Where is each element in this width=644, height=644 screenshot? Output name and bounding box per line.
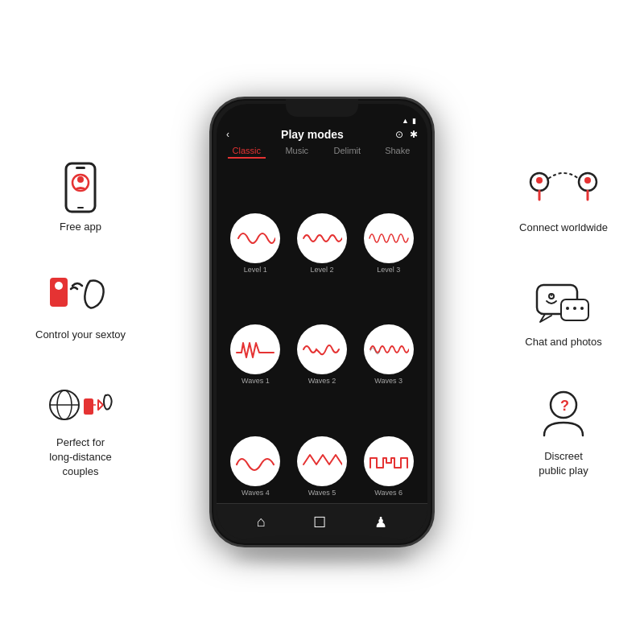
feature-chat: Chat and photos xyxy=(525,280,601,349)
mode-label-waves6: Waves 6 xyxy=(374,489,402,497)
mode-waves2[interactable]: Waves 2 xyxy=(290,279,355,389)
mode-circle-waves2 xyxy=(297,324,347,374)
svg-point-13 xyxy=(536,177,543,184)
mode-label-waves4: Waves 4 xyxy=(242,489,270,497)
mode-level3[interactable]: Level 3 xyxy=(356,167,421,277)
mode-label-level1: Level 1 xyxy=(244,266,267,274)
bluetooth-icon[interactable]: ✱ xyxy=(410,129,418,140)
feature-control: Control your sextoy xyxy=(35,273,126,342)
mode-circle-waves6 xyxy=(364,436,414,486)
page: Free app Control your sextoy xyxy=(0,0,644,644)
svg-point-18 xyxy=(551,295,552,296)
feature-connect: Connect worldwide xyxy=(519,166,608,235)
battery-icon: ▮ xyxy=(412,117,416,125)
settings-icon[interactable]: ⊙ xyxy=(395,129,403,140)
long-distance-icon xyxy=(52,381,109,429)
svg-point-20 xyxy=(566,307,569,310)
mode-circle-waves4 xyxy=(230,436,280,486)
svg-text:?: ? xyxy=(560,398,569,414)
tab-delimit[interactable]: Delimit xyxy=(324,146,371,159)
discreet-icon: ? xyxy=(535,394,592,443)
tab-bar: Classic Music Delimit Shake xyxy=(217,146,427,163)
mode-circle-level2 xyxy=(297,213,347,263)
svg-point-22 xyxy=(580,307,584,310)
back-icon[interactable]: ‹ xyxy=(226,129,229,140)
wifi-icon: ▲ xyxy=(402,117,409,125)
mode-label-waves3: Waves 3 xyxy=(374,377,402,385)
phone-body: ▲ ▮ ‹ Play modes ⊙ ✱ Classic xyxy=(209,97,435,547)
mode-circle-waves3 xyxy=(364,324,414,374)
mode-waves1[interactable]: Waves 1 xyxy=(223,279,288,389)
svg-rect-4 xyxy=(77,207,84,208)
right-column: Connect worldwide xyxy=(511,150,616,495)
free-app-label: Free app xyxy=(60,220,101,234)
mode-waves3[interactable]: Waves 3 xyxy=(356,279,421,389)
mode-level2[interactable]: Level 2 xyxy=(290,167,355,277)
control-label: Control your sextoy xyxy=(35,328,126,342)
mode-circle-level1 xyxy=(230,213,280,263)
feature-discreet: ? Discreetpublic play xyxy=(535,394,592,478)
screen-title: Play modes xyxy=(281,128,344,141)
phone-notch xyxy=(286,99,358,117)
profile-nav-icon[interactable]: ♟ xyxy=(374,514,387,531)
bottom-nav: ⌂ ☐ ♟ xyxy=(217,503,427,540)
modes-grid: Level 1 Level 2 xyxy=(217,163,427,503)
mode-label-level3: Level 3 xyxy=(377,266,400,274)
feature-long-distance: Perfect forlong-distancecouples xyxy=(49,381,111,480)
svg-point-15 xyxy=(584,177,591,184)
phone-screen: ▲ ▮ ‹ Play modes ⊙ ✱ Classic xyxy=(217,104,427,540)
mode-label-waves2: Waves 2 xyxy=(308,377,336,385)
phone: ▲ ▮ ‹ Play modes ⊙ ✱ Classic xyxy=(209,97,435,547)
mode-waves5[interactable]: Waves 5 xyxy=(290,390,355,500)
mode-label-waves1: Waves 1 xyxy=(242,377,270,385)
svg-rect-1 xyxy=(76,167,85,169)
mode-level1[interactable]: Level 1 xyxy=(223,167,288,277)
chat-icon xyxy=(535,280,592,328)
discreet-label: Discreetpublic play xyxy=(539,449,588,478)
tab-shake[interactable]: Shake xyxy=(374,146,422,159)
tab-music[interactable]: Music xyxy=(274,146,321,159)
long-distance-label: Perfect forlong-distancecouples xyxy=(49,436,111,480)
phone-shadow xyxy=(232,547,412,564)
control-icon xyxy=(52,273,109,321)
connect-icon xyxy=(535,166,592,214)
chat-label: Chat and photos xyxy=(525,335,601,349)
tab-classic[interactable]: Classic xyxy=(223,146,270,159)
top-bar-icons: ⊙ ✱ xyxy=(395,129,418,140)
mode-waves4[interactable]: Waves 4 xyxy=(223,390,288,500)
mode-label-waves5: Waves 5 xyxy=(308,489,336,497)
screen-content: ▲ ▮ ‹ Play modes ⊙ ✱ Classic xyxy=(217,104,427,540)
mode-circle-waves5 xyxy=(297,436,347,486)
mode-circle-level3 xyxy=(364,213,414,263)
svg-point-3 xyxy=(77,176,84,183)
mode-waves6[interactable]: Waves 6 xyxy=(356,390,421,500)
mode-label-level2: Level 2 xyxy=(310,266,333,274)
left-column: Free app Control your sextoy xyxy=(27,149,134,496)
top-bar: ‹ Play modes ⊙ ✱ xyxy=(217,126,427,146)
home-nav-icon[interactable]: ⌂ xyxy=(257,514,266,530)
svg-point-21 xyxy=(573,307,576,310)
svg-point-6 xyxy=(55,282,63,290)
free-app-icon xyxy=(52,165,109,213)
feature-free-app: Free app xyxy=(52,165,109,234)
chat-nav-icon[interactable]: ☐ xyxy=(313,514,326,531)
connect-label: Connect worldwide xyxy=(519,221,608,235)
mode-circle-waves1 xyxy=(230,324,280,374)
svg-rect-10 xyxy=(84,398,93,415)
